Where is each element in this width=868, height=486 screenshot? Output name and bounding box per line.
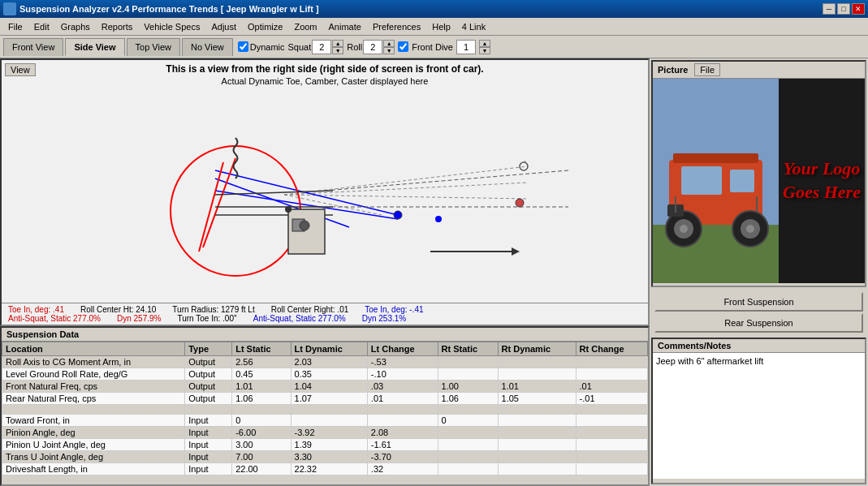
- table-cell: 22.00: [232, 463, 291, 475]
- table-cell: [498, 463, 576, 475]
- svg-rect-32: [673, 153, 758, 163]
- front-dive-input[interactable]: [456, 40, 476, 54]
- menu-optimize[interactable]: Optimize: [243, 20, 287, 33]
- svg-point-23: [394, 211, 402, 219]
- data-area: Suspension Data Location Type Lt Static …: [0, 326, 650, 486]
- menu-reports[interactable]: Reports: [97, 20, 138, 33]
- app-icon: [3, 2, 16, 15]
- table-cell: Driveshaft Length, in: [2, 463, 185, 475]
- front-dive-checkbox[interactable]: [398, 41, 408, 52]
- front-suspension-button[interactable]: Front Suspension: [654, 292, 863, 312]
- col-lt-change: Lt Change: [367, 342, 438, 356]
- menu-help[interactable]: Help: [427, 20, 456, 33]
- table-row: Level Ground Roll Rate, deg/GOutput0.450…: [2, 368, 648, 381]
- tab-no-view[interactable]: No View: [182, 38, 233, 56]
- front-dive-up-arrow[interactable]: ▲: [479, 40, 490, 47]
- table-cell: 1.00: [438, 381, 498, 393]
- roll-up-arrow[interactable]: ▲: [383, 40, 395, 47]
- menu-vehicle-specs[interactable]: Vehicle Specs: [139, 20, 205, 33]
- close-button[interactable]: ✕: [852, 3, 865, 15]
- dynamic-label: Dynamic: [250, 42, 285, 52]
- table-cell: [576, 439, 647, 451]
- table-cell: [498, 405, 576, 415]
- svg-point-17: [285, 206, 291, 213]
- svg-point-25: [435, 216, 442, 222]
- menu-preferences[interactable]: Preferences: [368, 20, 425, 33]
- table-cell: [576, 415, 647, 427]
- toe-in-left: Toe In, deg: .41: [8, 305, 64, 314]
- menu-adjust[interactable]: Adjust: [206, 20, 241, 33]
- turn-radius: Turn Radius: 1279 ft Lt: [172, 305, 254, 314]
- table-cell: .01: [576, 381, 647, 393]
- table-cell: [498, 439, 576, 451]
- logo-area: Your Logo Goes Here: [779, 79, 865, 283]
- menu-zoom[interactable]: Zoom: [289, 20, 322, 33]
- squat-input[interactable]: [312, 40, 331, 54]
- data-table-body: Roll Axis to CG Moment Arm, inOutput2.56…: [2, 356, 648, 475]
- table-cell: -.01: [576, 393, 647, 405]
- svg-point-24: [516, 199, 524, 207]
- status-row1: Toe In, deg: .41 Roll Center Ht: 24.10 T…: [8, 305, 641, 314]
- table-cell: [576, 356, 647, 368]
- title-bar-controls: ─ □ ✕: [823, 3, 865, 15]
- roll-arrows: ▲ ▼: [383, 40, 395, 54]
- menu-bar: File Edit Graphs Reports Vehicle Specs A…: [0, 18, 868, 36]
- table-cell: [438, 405, 498, 415]
- tab-side-view[interactable]: Side View: [65, 38, 124, 56]
- front-dive-down-arrow[interactable]: ▼: [479, 47, 490, 54]
- menu-animate[interactable]: Animate: [324, 20, 366, 33]
- picture-file-button[interactable]: File: [694, 63, 720, 76]
- squat-down-arrow[interactable]: ▼: [332, 47, 343, 54]
- table-cell: [438, 439, 498, 451]
- table-row: Front Natural Freq, cpsOutput1.011.04.03…: [2, 381, 648, 393]
- roll-down-arrow[interactable]: ▼: [383, 47, 395, 54]
- tab-controls: Dynamic Squat ▲ ▼ Roll ▲ ▼ Front Dive ▲ …: [238, 40, 490, 54]
- table-cell: 1.06: [438, 393, 498, 405]
- tab-front-view[interactable]: Front View: [3, 38, 63, 56]
- view-label: View: [5, 63, 36, 76]
- table-cell: .32: [367, 463, 438, 475]
- menu-edit[interactable]: Edit: [29, 20, 54, 33]
- squat-up-arrow[interactable]: ▲: [332, 40, 343, 47]
- table-cell: [438, 427, 498, 439]
- front-dive-area: Front Dive ▲ ▼: [398, 40, 490, 54]
- table-cell: [576, 427, 647, 439]
- view-status: Toe In, deg: .41 Roll Center Ht: 24.10 T…: [2, 303, 648, 325]
- data-title: Suspension Data: [2, 328, 648, 342]
- front-dive-arrows: ▲ ▼: [479, 40, 490, 54]
- title-bar: Suspension Analyzer v2.4 Performance Tre…: [0, 0, 868, 18]
- menu-4link[interactable]: 4 Link: [457, 20, 490, 33]
- col-rt-static: Rt Static: [438, 342, 498, 356]
- table-cell: [291, 405, 367, 415]
- tab-top-view[interactable]: Top View: [127, 38, 180, 56]
- view-subtitle: Actual Dynamic Toe, Camber, Caster displ…: [2, 76, 648, 86]
- table-cell: [498, 427, 576, 439]
- title-bar-left: Suspension Analyzer v2.4 Performance Tre…: [3, 2, 319, 15]
- table-cell: 3.30: [291, 451, 367, 463]
- view-area: View This is a view from the right side …: [0, 58, 650, 326]
- maximize-button[interactable]: □: [837, 3, 850, 15]
- table-cell: Input: [185, 439, 232, 451]
- table-cell: [367, 405, 438, 415]
- minimize-button[interactable]: ─: [823, 3, 836, 15]
- menu-graphs[interactable]: Graphs: [56, 20, 95, 33]
- menu-file[interactable]: File: [3, 20, 28, 33]
- table-cell: [438, 451, 498, 463]
- jeep-photo-svg: [653, 79, 779, 283]
- rear-suspension-button[interactable]: Rear Suspension: [654, 313, 863, 333]
- table-cell: 0.35: [291, 368, 367, 381]
- logo-line2: Goes Here: [783, 182, 861, 202]
- squat-control: Squat ▲ ▼: [288, 40, 344, 54]
- roll-input[interactable]: [363, 40, 382, 54]
- roll-center-right: Roll Center Right: .01: [271, 305, 349, 314]
- dyn-right: Dyn 253.1%: [362, 314, 406, 323]
- picture-area: Picture File: [651, 60, 866, 287]
- comments-content[interactable]: Jeep with 6" aftermarket lift: [653, 353, 865, 479]
- data-table-container[interactable]: Location Type Lt Static Lt Dynamic Lt Ch…: [2, 342, 648, 480]
- table-cell: [291, 415, 367, 427]
- dynamic-checkbox[interactable]: [238, 41, 248, 52]
- table-cell: Trans U Joint Angle, deg: [2, 451, 185, 463]
- table-row: Pinion U Joint Angle, degInput3.001.39-1…: [2, 439, 648, 451]
- view-title: This is a view from the right side (righ…: [2, 60, 648, 76]
- squat-arrows: ▲ ▼: [332, 40, 343, 54]
